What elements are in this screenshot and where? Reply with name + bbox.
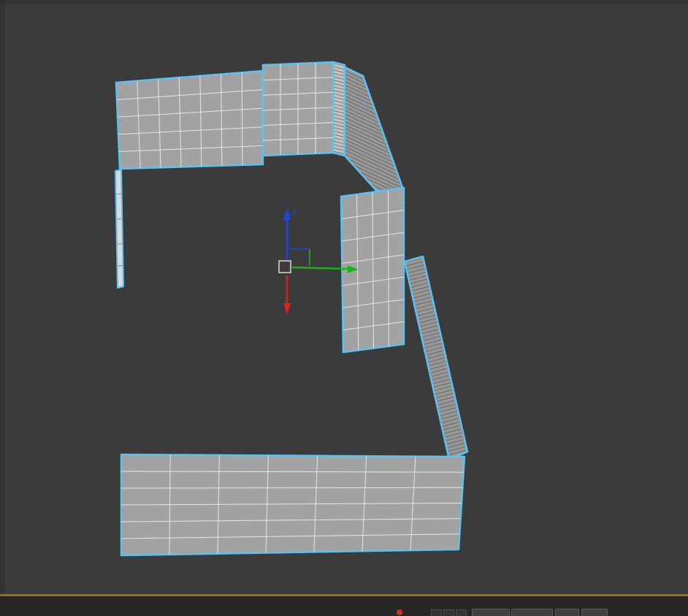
red-dot-icon <box>397 609 402 615</box>
selected-wall-mesh[interactable] <box>115 62 467 555</box>
statusbar-button[interactable] <box>511 609 553 616</box>
statusbar-button[interactable] <box>581 609 608 616</box>
status-bar <box>0 596 688 616</box>
3d-viewport[interactable]: z <box>0 0 688 594</box>
viewport-canvas: z <box>0 0 688 594</box>
wall-southeast-edge <box>405 256 467 460</box>
application-window: z <box>0 0 688 616</box>
window-edge-top <box>0 0 688 4</box>
gizmo-z-axis[interactable]: z <box>283 208 297 259</box>
wall-north-right-side <box>333 62 345 156</box>
statusbar-button[interactable] <box>472 609 510 616</box>
gizmo-center-box[interactable] <box>279 261 291 273</box>
mini-icon[interactable] <box>443 609 454 616</box>
gizmo-y-axis[interactable] <box>292 266 359 273</box>
mini-icon[interactable] <box>431 609 442 616</box>
wall-northeast-edge <box>345 67 404 202</box>
mini-icon[interactable] <box>456 609 467 616</box>
wall-west-sliver <box>115 170 123 288</box>
statusbar-button[interactable] <box>555 609 579 616</box>
gizmo-x-axis[interactable] <box>283 275 291 314</box>
window-edge-left <box>0 0 5 594</box>
z-axis-label: z <box>293 208 297 216</box>
